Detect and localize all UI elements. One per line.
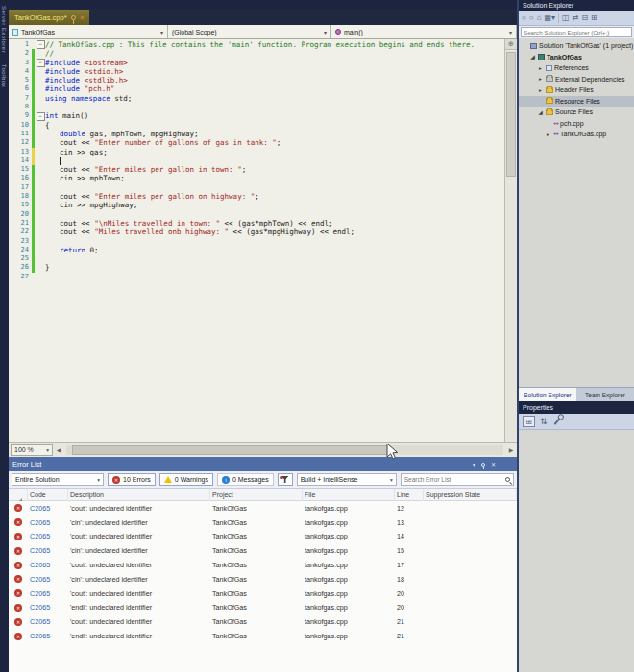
code-line[interactable]: 22cout << "Miles travelled onb highway: … (9, 228, 504, 236)
error-row[interactable]: C2065'cin': undeclared identifierTankOfG… (9, 543, 517, 558)
tree-item-tankofgas[interactable]: TankOfGas (519, 52, 634, 63)
code-line[interactable]: 25 (9, 254, 504, 263)
scope-dropdown[interactable]: (Global Scope) ▾ (168, 25, 331, 38)
error-code-link[interactable]: C2065 (28, 504, 68, 513)
error-code-link[interactable]: C2065 (28, 589, 68, 598)
vertical-scrollbar-thumb[interactable] (506, 52, 516, 177)
code-line[interactable]: 16cin >> mphTown; (9, 174, 504, 182)
messages-filter-button[interactable]: 0 Messages (217, 473, 274, 486)
expander-icon[interactable] (537, 76, 544, 82)
fold-toggle-icon[interactable] (36, 59, 45, 67)
code-line[interactable]: 17 (9, 183, 504, 192)
error-code-link[interactable]: C2065 (28, 546, 68, 555)
error-row[interactable]: C2065'cin': undeclared identifierTankOfG… (9, 572, 517, 587)
scroll-right-arrow[interactable]: ▶ (505, 446, 517, 453)
tree-item-pch-cpp[interactable]: pch.cpp (519, 118, 634, 130)
tree-item-header-files[interactable]: Header Files (519, 84, 634, 96)
error-code-link[interactable]: C2065 (28, 575, 68, 584)
pending-changes-icon[interactable]: ◫ (562, 12, 570, 25)
split-handle-icon[interactable]: ⊕ (505, 39, 517, 50)
column-header-code[interactable]: Code (28, 489, 68, 501)
code-line[interactable]: 5#include <stdlib.h> (9, 76, 504, 84)
rail-tab-server-explorer[interactable]: Server Explorer (0, 0, 8, 59)
project-dropdown[interactable]: TankOfGas ▾ (9, 25, 168, 38)
window-position-icon[interactable]: ▾ (473, 461, 476, 468)
tree-item-resource-files[interactable]: Resource Files (519, 96, 634, 108)
error-row[interactable]: C2065'cout': undeclared identifierTankOf… (9, 501, 517, 516)
member-dropdown[interactable]: main() ▾ (331, 25, 517, 38)
error-row[interactable]: C2065'cin': undeclared identifierTankOfG… (9, 516, 517, 530)
pin-icon[interactable] (71, 15, 76, 20)
error-code-link[interactable]: C2065 (28, 603, 68, 612)
error-row[interactable]: C2065'cout': undeclared identifierTankOf… (9, 587, 517, 601)
code-line[interactable]: 13cin >> gas; (9, 148, 504, 156)
tab-team-explorer[interactable]: Team Explorer (576, 388, 634, 401)
auto-hide-pin-icon[interactable] (481, 463, 485, 467)
tab-tankofgas-cpp[interactable]: TankOfGas.cpp* ✕ (9, 10, 89, 25)
code-line[interactable]: 24return 0; (9, 246, 504, 254)
error-code-link[interactable]: C2065 (28, 617, 68, 626)
column-header-project[interactable]: Project (210, 489, 303, 501)
tree-item-external-dependencies[interactable]: External Dependencies (519, 74, 634, 85)
scroll-left-arrow[interactable]: ◀ (53, 446, 64, 453)
error-row[interactable]: C2065'cout': undeclared identifierTankOf… (9, 558, 517, 572)
error-row[interactable]: C2065'endl': undeclared identifierTankOf… (9, 601, 517, 615)
sort-column-header[interactable] (9, 489, 28, 501)
code-line[interactable]: 9int main() (9, 111, 504, 120)
back-icon[interactable]: ○ (522, 12, 526, 25)
properties-icon[interactable]: ⊞ (591, 12, 597, 25)
tree-item-solution-tankofgas-1-project-[interactable]: Solution 'TankOfGas' (1 project) (519, 40, 634, 52)
rail-tab-toolbox[interactable]: Toolbox (0, 59, 8, 93)
code-line[interactable]: 8 (9, 103, 504, 111)
code-line[interactable]: 27 (9, 273, 504, 281)
column-header-suppression[interactable]: Suppression State (424, 489, 517, 501)
expander-icon[interactable] (529, 54, 536, 60)
filter-button[interactable] (278, 473, 293, 486)
error-row[interactable]: C2065'cout': undeclared identifierTankOf… (9, 614, 517, 629)
vertical-scrollbar[interactable]: ⊕ (504, 39, 517, 442)
column-header-description[interactable]: Description (68, 489, 210, 501)
code-line[interactable]: 10{ (9, 121, 504, 130)
code-line[interactable]: 14 (9, 156, 504, 165)
error-search-box[interactable] (401, 473, 514, 486)
code-editor[interactable]: 1// TankOfGas.cpp : This file contains t… (9, 39, 517, 442)
column-header-file[interactable]: File (303, 489, 395, 501)
horizontal-scrollbar-thumb[interactable] (72, 445, 389, 455)
zoom-dropdown[interactable]: 100 % ▾ (11, 444, 53, 456)
code-line[interactable]: 12cout << "Enter number of gallons of ga… (9, 138, 504, 147)
tree-item-references[interactable]: References (519, 62, 634, 74)
fold-toggle-icon[interactable] (36, 40, 45, 49)
code-line[interactable]: 6#include "pch.h" (9, 84, 504, 93)
code-line[interactable]: 20 (9, 210, 504, 219)
code-line[interactable]: 26} (9, 263, 504, 272)
forward-icon[interactable]: ○ (529, 12, 534, 25)
error-search-input[interactable] (404, 476, 502, 483)
expander-icon[interactable] (545, 132, 551, 137)
warnings-filter-button[interactable]: 0 Warnings (159, 473, 213, 486)
error-row[interactable]: C2065'endl': undeclared identifierTankOf… (9, 629, 517, 643)
code-line[interactable]: 15cout << "Enter miles per gallon in tow… (9, 165, 504, 174)
solution-explorer-search-box[interactable] (519, 26, 634, 38)
column-header-line[interactable]: Line (395, 489, 424, 501)
code-line[interactable]: 2// (9, 49, 504, 58)
search-icon[interactable] (505, 477, 510, 482)
categorized-icon[interactable]: ⊞ (523, 416, 535, 427)
expander-icon[interactable] (537, 87, 544, 93)
code-line[interactable]: 21cout << "\nMiles travelled in town: " … (9, 219, 504, 228)
code-line[interactable]: 19cin >> mpgHighway; (9, 201, 504, 209)
expander-icon[interactable] (537, 109, 544, 115)
error-row[interactable]: C2065'cout': undeclared identifierTankOf… (9, 530, 517, 544)
tree-item-source-files[interactable]: Source Files (519, 107, 634, 118)
code-line[interactable]: 7using namespace std; (9, 94, 504, 103)
tab-solution-explorer[interactable]: Solution Explorer (519, 388, 576, 401)
code-line[interactable]: 1// TankOfGas.cpp : This file contains t… (9, 40, 504, 49)
code-line[interactable]: 11double gas, mphTown, mpgHighway; (9, 130, 504, 138)
error-code-link[interactable]: C2065 (28, 561, 68, 569)
solution-explorer-search-input[interactable] (521, 27, 632, 37)
error-code-link[interactable]: C2065 (28, 632, 68, 640)
collapse-all-icon[interactable]: ⊟ (581, 12, 588, 25)
sort-alphabetical-icon[interactable]: ⇅ (540, 417, 548, 426)
fold-toggle-icon[interactable] (36, 112, 45, 121)
code-line[interactable]: 23 (9, 237, 504, 246)
error-code-link[interactable]: C2065 (28, 532, 68, 540)
